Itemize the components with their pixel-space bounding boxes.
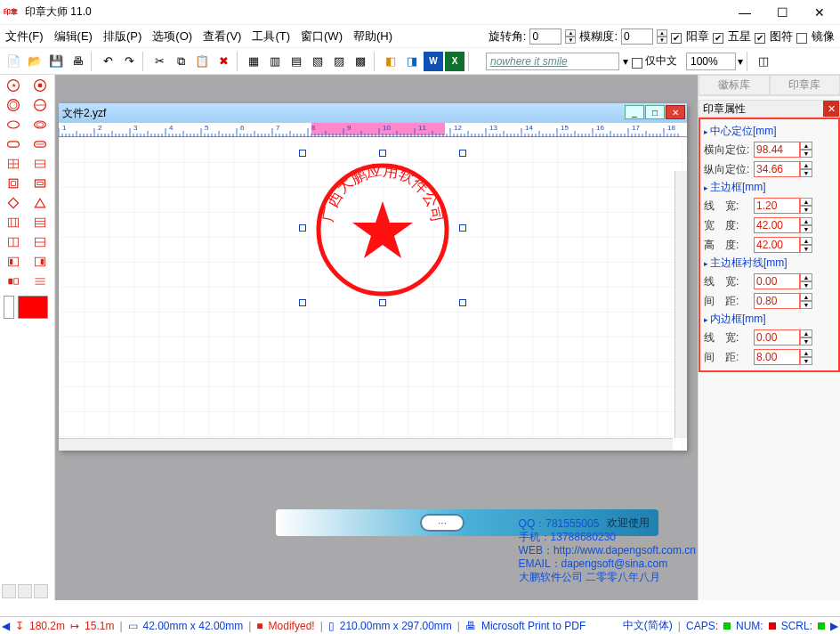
handle-w[interactable]: [299, 224, 306, 232]
menu-file[interactable]: 文件(F): [5, 28, 44, 45]
shape-half-icon[interactable]: [2, 272, 25, 290]
zoom-combo[interactable]: 100%: [686, 53, 736, 70]
blur-spinner[interactable]: ▲▼: [657, 29, 667, 44]
handle-e[interactable]: [459, 224, 466, 232]
spin-vert[interactable]: ▲▼: [800, 161, 812, 177]
menu-view[interactable]: 查看(V): [203, 28, 241, 45]
properties-close-icon[interactable]: ✕: [823, 101, 839, 117]
handle-se[interactable]: [459, 299, 466, 306]
shape-ring-icon[interactable]: [2, 96, 25, 114]
banner-button[interactable]: ···: [420, 514, 464, 532]
input-height[interactable]: [754, 237, 800, 253]
shape-diamond-icon[interactable]: [2, 194, 25, 212]
delete-icon[interactable]: ✖: [214, 52, 233, 71]
paste-icon[interactable]: 📋: [192, 52, 212, 71]
shape-sq2-icon[interactable]: [28, 175, 52, 192]
rotate-input[interactable]: [529, 28, 561, 45]
shape-oval2-icon[interactable]: [28, 135, 52, 153]
shape-ring2-icon[interactable]: [28, 96, 52, 114]
color-fg[interactable]: [18, 296, 48, 319]
group-serif[interactable]: 主边框衬线[mm]: [700, 255, 838, 272]
blur-input[interactable]: [621, 28, 653, 45]
group-inner[interactable]: 内边框[mm]: [700, 311, 838, 328]
font-combo[interactable]: nowhere it smile: [486, 53, 619, 70]
handle-nw[interactable]: [299, 150, 306, 157]
menu-window[interactable]: 窗口(W): [301, 28, 343, 45]
doc-maximize-icon[interactable]: □: [645, 105, 665, 119]
document-titlebar[interactable]: 文件2.yzf _ □ ✕: [59, 103, 687, 123]
shape-bars2-icon[interactable]: [28, 214, 52, 232]
stamp-object[interactable]: 广西大鹏应用软件公司: [315, 162, 450, 297]
rotate-spinner[interactable]: ▲▼: [565, 29, 576, 44]
canvas[interactable]: 广西大鹏应用软件公司: [59, 137, 687, 451]
chk-only-cn[interactable]: [632, 58, 642, 69]
shape-seg2-icon[interactable]: [28, 253, 52, 271]
doc-minimize-icon[interactable]: _: [625, 105, 644, 119]
chk-tufu[interactable]: [755, 33, 765, 44]
tool-h-icon[interactable]: ◨: [402, 52, 422, 71]
open-icon[interactable]: 📂: [25, 52, 44, 71]
input-width[interactable]: [754, 217, 800, 233]
chk-yangzhang[interactable]: [671, 33, 682, 44]
menu-help[interactable]: 帮助(H): [353, 28, 392, 45]
shape-tri-icon[interactable]: [28, 194, 52, 212]
input-sgap[interactable]: [754, 293, 800, 309]
shape-split-icon[interactable]: [2, 233, 25, 251]
tool-c-icon[interactable]: ▤: [287, 52, 306, 71]
save-icon[interactable]: 💾: [46, 52, 66, 71]
chk-wuxing[interactable]: [713, 33, 723, 44]
maximize-button[interactable]: ☐: [763, 1, 801, 24]
scrollbar-vertical[interactable]: [674, 171, 687, 438]
scrollbar-horizontal[interactable]: [59, 438, 673, 451]
horizontal-ruler[interactable]: 123456789101112131415161718: [59, 123, 687, 137]
group-border[interactable]: 主边框[mm]: [700, 179, 838, 196]
redo-icon[interactable]: ↷: [119, 52, 139, 71]
copy-icon[interactable]: ⧉: [171, 52, 190, 71]
print-icon[interactable]: 🖶: [68, 52, 87, 71]
tool-a-icon[interactable]: ▦: [244, 52, 263, 71]
menu-tools[interactable]: 工具(T): [252, 28, 290, 45]
handle-sw[interactable]: [299, 299, 306, 306]
shape-lines-icon[interactable]: [28, 272, 52, 290]
layer-icon[interactable]: ◫: [754, 52, 773, 71]
handle-n[interactable]: [379, 150, 386, 157]
group-center[interactable]: 中心定位[mm]: [700, 123, 838, 140]
cut-icon[interactable]: ✂: [149, 52, 169, 71]
tool-e-icon[interactable]: ▨: [329, 52, 349, 71]
tool-d-icon[interactable]: ▧: [308, 52, 327, 71]
close-button[interactable]: ✕: [801, 1, 838, 24]
menu-edit[interactable]: 编辑(E): [54, 28, 93, 45]
palette-tool-a-icon[interactable]: [2, 584, 16, 598]
shape-oval-icon[interactable]: [2, 135, 25, 153]
input-linew[interactable]: [754, 198, 800, 214]
status-arrow-left-icon[interactable]: ◀: [2, 620, 10, 632]
undo-icon[interactable]: ↶: [98, 52, 117, 71]
shape-grid-icon[interactable]: [2, 155, 25, 173]
handle-ne[interactable]: [459, 150, 466, 157]
input-iline[interactable]: [754, 329, 800, 345]
shape-sq-icon[interactable]: [2, 175, 25, 192]
palette-tool-c-icon[interactable]: [34, 584, 48, 598]
shape-ellipse2-icon[interactable]: [28, 116, 52, 134]
tool-g-icon[interactable]: ◧: [381, 52, 400, 71]
input-sline[interactable]: [754, 273, 800, 289]
shape-ellipse-icon[interactable]: [2, 116, 25, 134]
shape-seg-icon[interactable]: [2, 253, 25, 271]
status-arrow-right-icon[interactable]: ▶: [830, 620, 838, 632]
chk-jingxiang[interactable]: [796, 33, 807, 44]
shape-split2-icon[interactable]: [28, 233, 52, 251]
excel-icon[interactable]: X: [445, 52, 464, 71]
input-vert[interactable]: [754, 161, 800, 177]
handle-s[interactable]: [379, 299, 386, 306]
tool-b-icon[interactable]: ▥: [265, 52, 285, 71]
shape-circle-dot-icon[interactable]: [28, 77, 52, 94]
input-igap[interactable]: [754, 349, 800, 365]
menu-layout[interactable]: 排版(P): [103, 28, 141, 45]
shape-bars-icon[interactable]: [2, 214, 25, 232]
doc-close-icon[interactable]: ✕: [666, 105, 685, 119]
shape-grid2-icon[interactable]: [28, 155, 52, 173]
palette-tool-b-icon[interactable]: [18, 584, 32, 598]
shape-circle-star-icon[interactable]: ★: [2, 77, 25, 94]
new-icon[interactable]: 📄: [4, 52, 23, 71]
color-bg[interactable]: [4, 296, 14, 319]
